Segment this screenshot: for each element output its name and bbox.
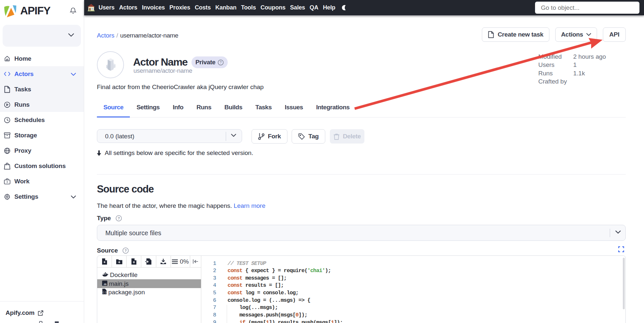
svg-text:?: ?	[125, 249, 127, 253]
svg-text:?: ?	[220, 61, 222, 64]
svg-text:JS: JS	[103, 283, 106, 285]
svg-text:?: ?	[118, 216, 120, 220]
svg-text:{;}: {;}	[102, 291, 106, 294]
